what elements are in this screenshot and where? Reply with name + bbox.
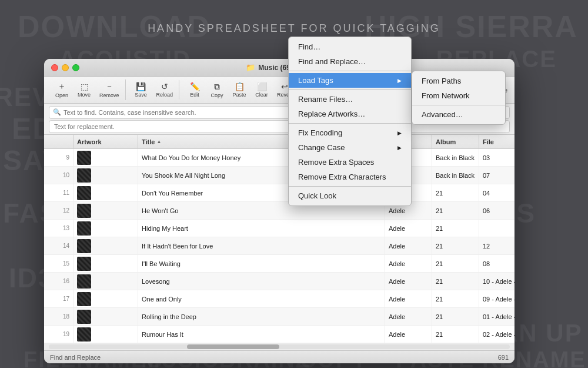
- file-group: ＋ Open ⬚ Move － Remove: [49, 79, 126, 100]
- status-bar: Find and Replace 691: [44, 350, 514, 363]
- th-num: [44, 135, 74, 148]
- search-icon: 🔍: [53, 108, 61, 116]
- table-row[interactable]: 10 You Shook Me All Night Long AC/DC Bac…: [44, 167, 514, 184]
- cell-num: 10: [44, 167, 74, 184]
- clear-icon: ⬜: [257, 82, 267, 91]
- cell-file: 03: [479, 149, 514, 166]
- table-row[interactable]: 14 If It Hadn't Been for Love Adele 21 1…: [44, 237, 514, 255]
- th-file[interactable]: File: [479, 135, 514, 148]
- cell-album: 21: [432, 237, 479, 254]
- move-icon: ⬚: [81, 82, 88, 91]
- table-row[interactable]: 17 One and Only Adele 21 09 - Adele - On…: [44, 290, 514, 308]
- copy-icon: ⧉: [214, 82, 220, 92]
- cell-artwork: [74, 237, 138, 254]
- minimize-button[interactable]: [62, 64, 69, 71]
- table-row[interactable]: 13 Hiding My Heart Adele 21: [44, 220, 514, 237]
- folder-icon: 📁: [246, 63, 255, 72]
- table-row[interactable]: 19 Rumour Has It Adele 21 02 - Adele - R…: [44, 326, 514, 343]
- cell-album: 21: [432, 273, 479, 290]
- cell-artwork: [74, 308, 138, 325]
- cell-album: 21: [432, 184, 479, 201]
- status-label: Find and Replace: [50, 354, 101, 361]
- table-header: Artwork Title ▲ Artist Album File: [44, 135, 514, 149]
- clear-button[interactable]: ⬜ Clear: [251, 80, 272, 100]
- reload-button[interactable]: ↺ Reload: [153, 80, 177, 100]
- menu-replace-artworks[interactable]: Replace Artworks…: [289, 107, 411, 121]
- cell-album: 21: [432, 308, 479, 325]
- status-count: 691: [498, 354, 509, 361]
- cell-artwork: [74, 202, 138, 219]
- menu-load-tags[interactable]: Load Tags ▶ From Paths From Network Adva…: [289, 73, 411, 88]
- cell-file: 12: [479, 237, 514, 254]
- cell-file: 01 - Adele - Rolling in the Deep: [479, 308, 514, 325]
- menu-remove-chars[interactable]: Remove Extra Characters: [289, 170, 411, 184]
- menu-rename-files[interactable]: Rename Files…: [289, 92, 411, 107]
- fix-encoding-arrow: ▶: [397, 130, 402, 136]
- cell-file: 02 - Adele - Rumour Has It: [479, 326, 514, 343]
- artwork-thumb: [77, 239, 91, 253]
- table-row[interactable]: 9 What Do You Do for Money Honey AC/DC B…: [44, 149, 514, 167]
- table-row[interactable]: 15 I'll Be Waiting Adele 21 08: [44, 255, 514, 273]
- minus-icon: －: [105, 81, 113, 92]
- menu-quick-look[interactable]: Quick Look: [289, 188, 411, 203]
- close-button[interactable]: [51, 64, 58, 71]
- cell-artist: Adele: [385, 237, 432, 254]
- th-artwork: Artwork: [74, 135, 138, 148]
- menu-change-case[interactable]: Change Case ▶: [289, 140, 411, 155]
- menu-sep-1: [289, 71, 411, 71]
- menu-sep-4: [289, 186, 411, 187]
- scroll-thumb[interactable]: [187, 344, 279, 349]
- cell-album: Back in Black: [432, 167, 479, 184]
- cell-artist: Adele: [385, 326, 432, 343]
- cell-album: 21: [432, 202, 479, 219]
- cell-num: 18: [44, 308, 74, 325]
- menu-fix-encoding[interactable]: Fix Encoding ▶: [289, 125, 411, 140]
- cell-file: 07: [479, 167, 514, 184]
- artwork-thumb: [77, 257, 91, 271]
- table-row[interactable]: 11 Don't You Remember Adele 21 04: [44, 184, 514, 202]
- cell-title: Hiding My Heart: [138, 220, 385, 237]
- cell-artist: Adele: [385, 220, 432, 237]
- th-album[interactable]: Album: [432, 135, 479, 148]
- paste-button[interactable]: 📋 Paste: [229, 80, 250, 100]
- table-body: 9 What Do You Do for Money Honey AC/DC B…: [44, 149, 514, 343]
- submenu-from-network[interactable]: From Network: [412, 88, 505, 103]
- edit-button[interactable]: ✏️ Edit: [184, 80, 205, 100]
- table-row[interactable]: 18 Rolling in the Deep Adele 21 01 - Ade…: [44, 308, 514, 326]
- page-heading: HANDY SPREADSHEET FOR QUICK TAGGING: [0, 22, 588, 35]
- menu-find[interactable]: Find…: [289, 39, 411, 54]
- cell-title: I'll Be Waiting: [138, 255, 385, 272]
- open-button[interactable]: ＋ Open: [51, 79, 72, 100]
- cell-artwork: [74, 149, 138, 166]
- traffic-lights: [51, 64, 79, 71]
- cell-file: [479, 220, 514, 237]
- save-icon: 💾: [136, 82, 146, 91]
- submenu-advanced[interactable]: Advanced…: [412, 107, 505, 122]
- cell-file: 06: [479, 202, 514, 219]
- menu-remove-spaces[interactable]: Remove Extra Spaces: [289, 155, 411, 170]
- gear-dropdown-menu: Find… Find and Replace… Load Tags ▶ From…: [288, 37, 412, 206]
- artwork-thumb: [77, 274, 91, 289]
- menu-sep-2: [289, 89, 411, 90]
- artwork-thumb: [77, 292, 91, 306]
- horizontal-scrollbar[interactable]: [49, 344, 510, 349]
- copy-button[interactable]: ⧉ Copy: [206, 80, 228, 100]
- cell-album: 21: [432, 255, 479, 272]
- submenu-sep: [412, 105, 505, 105]
- move-button[interactable]: ⬚ Move: [74, 80, 95, 100]
- cell-artwork: [74, 220, 138, 237]
- paste-icon: 📋: [235, 82, 245, 91]
- cell-num: 13: [44, 220, 74, 237]
- zoom-button[interactable]: [72, 64, 79, 71]
- table-row[interactable]: 16 Lovesong Adele 21 10 - Adele - Loveso…: [44, 273, 514, 290]
- revert-icon: ↩: [281, 82, 288, 91]
- reload-icon: ↺: [161, 82, 168, 91]
- menu-find-replace[interactable]: Find and Replace…: [289, 54, 411, 69]
- menu-sep-3: [289, 123, 411, 124]
- cell-album: 21: [432, 326, 479, 343]
- plus-icon: ＋: [58, 81, 66, 92]
- submenu-from-paths[interactable]: From Paths: [412, 74, 505, 88]
- remove-button[interactable]: － Remove: [96, 79, 123, 100]
- save-button[interactable]: 💾 Save: [131, 80, 152, 100]
- table-row[interactable]: 12 He Won't Go Adele 21 06: [44, 202, 514, 220]
